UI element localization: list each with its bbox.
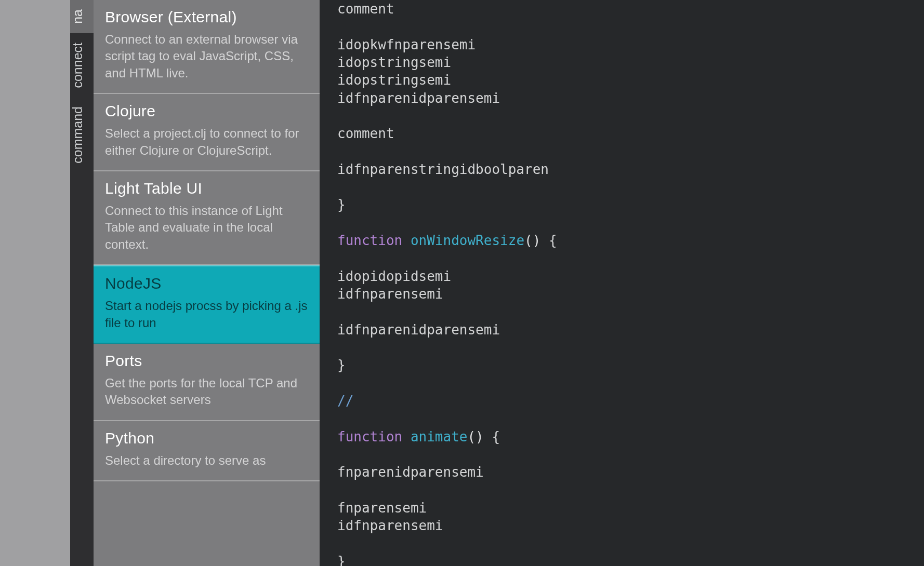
- connect-item-desc: Get the ports for the local TCP and Webs…: [105, 375, 308, 409]
- tab-nav[interactable]: na: [70, 0, 94, 33]
- code-editor[interactable]: comment idopkwfnparensemi idopstringsemi…: [320, 0, 924, 566]
- connect-item-nodejs[interactable]: NodeJS Start a nodejs procss by picking …: [94, 265, 320, 344]
- tab-connect[interactable]: connect: [70, 33, 94, 98]
- left-gutter: [0, 0, 70, 566]
- connect-item-python[interactable]: Python Select a directory to serve as: [94, 421, 320, 481]
- connect-panel: Browser (External) Connect to an externa…: [94, 0, 320, 566]
- connect-item-clojure[interactable]: Clojure Select a project.clj to connect …: [94, 94, 320, 171]
- connect-item-desc: Connect to this instance of Light Table …: [105, 203, 308, 253]
- connect-item-ports[interactable]: Ports Get the ports for the local TCP an…: [94, 344, 320, 421]
- connect-item-desc: Select a project.clj to connect to for e…: [105, 125, 308, 159]
- connect-item-title: NodeJS: [105, 275, 308, 292]
- connect-item-title: Python: [105, 429, 308, 447]
- connect-item-title: Light Table UI: [105, 180, 308, 197]
- connect-item-desc: Select a directory to serve as: [105, 452, 308, 469]
- connect-item-title: Browser (External): [105, 8, 308, 26]
- connect-item-light-table-ui[interactable]: Light Table UI Connect to this instance …: [94, 171, 320, 265]
- code-content: comment idopkwfnparensemi idopstringsemi…: [337, 0, 924, 566]
- connect-item-desc: Connect to an external browser via scrip…: [105, 31, 308, 82]
- connect-item-desc: Start a nodejs procss by picking a .js f…: [105, 298, 308, 331]
- tab-rail: na connect command: [70, 0, 94, 566]
- tab-command[interactable]: command: [70, 97, 94, 173]
- connect-item-title: Ports: [105, 352, 308, 370]
- connect-item-browser-external[interactable]: Browser (External) Connect to an externa…: [94, 0, 320, 94]
- connect-item-title: Clojure: [105, 102, 308, 120]
